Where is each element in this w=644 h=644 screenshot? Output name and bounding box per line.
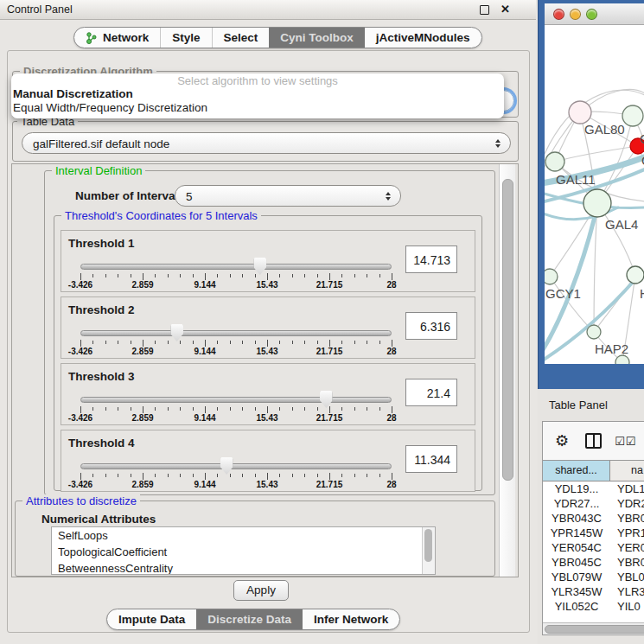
horizontal-scrollbar-thumb[interactable]	[545, 625, 644, 634]
cell-name[interactable]: YER0	[610, 540, 644, 555]
slider-handle[interactable]	[320, 391, 333, 408]
tick-mark	[92, 341, 93, 344]
close-icon[interactable]: ✕	[501, 3, 510, 16]
cell-name[interactable]: YBR0	[610, 555, 644, 570]
vertical-scrollbar[interactable]	[499, 164, 515, 577]
threshold-slider[interactable]: -3.4262.8599.14415.4321.71528	[80, 364, 392, 424]
horizontal-scrollbar[interactable]	[543, 622, 644, 634]
slider-track[interactable]	[80, 463, 392, 469]
column-header-shared-name[interactable]: shared...	[543, 461, 610, 481]
threshold-value-field[interactable]: 14.713	[405, 245, 457, 273]
cell-shared-name[interactable]: YPR145W	[543, 526, 610, 540]
tick-mark	[230, 407, 231, 411]
tick-label: 15.43	[256, 280, 277, 290]
network-node[interactable]	[545, 152, 564, 171]
spinner-arrows-icon	[386, 192, 391, 201]
slider-handle[interactable]	[253, 258, 266, 275]
tab-jactivemnodules[interactable]: jActiveMNodules	[365, 28, 481, 48]
vertical-scrollbar-thumb[interactable]	[502, 179, 513, 481]
threshold-value-field[interactable]: 21.4	[405, 379, 457, 406]
tab-network[interactable]: Network	[74, 28, 160, 48]
cell-shared-name[interactable]: YLR345W	[543, 584, 610, 599]
cell-name[interactable]: YIL0	[610, 599, 644, 614]
network-node[interactable]	[583, 189, 611, 217]
threshold-value-field[interactable]: 11.344	[405, 445, 457, 473]
network-edge[interactable]	[555, 146, 638, 162]
cell-shared-name[interactable]: YBL079W	[543, 570, 610, 584]
cell-shared-name[interactable]: YDR27...	[543, 496, 610, 511]
cell-name[interactable]: YLR3	[610, 584, 644, 599]
tab-infer-network[interactable]: Infer Network	[303, 609, 399, 629]
network-node[interactable]	[587, 325, 601, 339]
cell-shared-name[interactable]: YIL052C	[543, 599, 610, 614]
traffic-light-close[interactable]	[553, 9, 564, 20]
columns-icon[interactable]	[585, 433, 602, 449]
tab-discretize-data[interactable]: Discretize Data	[196, 609, 303, 629]
cell-shared-name[interactable]: YBR043C	[543, 511, 610, 526]
table-row[interactable]: YBL079W YBL0	[543, 570, 644, 584]
slider-track[interactable]	[80, 264, 392, 270]
attribute-list-item[interactable]: BetweennessCentrality	[52, 560, 435, 575]
table-row[interactable]: YBR045C YBR0	[543, 555, 644, 570]
attributes-list-scrollbar-thumb[interactable]	[424, 529, 432, 562]
tab-cyni-toolbox[interactable]: Cyni Toolbox	[269, 28, 365, 48]
select-columns-icons[interactable]: ☑☑	[615, 435, 636, 448]
dropdown-option-equal-width[interactable]: Equal Width/Frequency Discretization	[11, 101, 504, 115]
attributes-group: Attributes to discretize Numerical Attri…	[15, 501, 495, 577]
table-row[interactable]: YDR27... YDR2	[543, 496, 644, 511]
slider-track[interactable]	[80, 397, 392, 403]
table-row[interactable]: YIL052C YIL0	[543, 599, 644, 614]
numerical-attributes-list[interactable]: SelfLoops TopologicalCoefficient Between…	[51, 526, 436, 575]
tick-mark	[341, 474, 342, 477]
threshold-slider[interactable]: -3.4262.8599.14415.4321.71528	[80, 231, 392, 291]
attribute-list-item[interactable]: SelfLoops	[52, 527, 435, 544]
cell-shared-name[interactable]: YBR045C	[543, 555, 610, 570]
cell-shared-name[interactable]: YER054C	[543, 540, 610, 555]
traffic-light-zoom[interactable]	[586, 9, 597, 20]
attributes-list-scrollbar[interactable]	[422, 527, 435, 574]
cyni-mode-tabs: Impute Data Discretize Data Infer Networ…	[106, 609, 400, 630]
tab-select[interactable]: Select	[212, 28, 270, 48]
tab-impute-data[interactable]: Impute Data	[107, 609, 196, 629]
slider-handle[interactable]	[170, 324, 183, 341]
cell-shared-name[interactable]: YDL19...	[543, 481, 610, 496]
slider-tick-labels: -3.4262.8599.14415.4321.71528	[80, 347, 392, 357]
cell-name[interactable]: YBR0	[610, 511, 644, 526]
network-canvas[interactable]: GAL80GACGAL11GAL4GCY1HHAP2	[545, 24, 644, 364]
table-row[interactable]: YDL19... YDL1	[543, 481, 644, 496]
checkbox-icon: ☑	[615, 435, 626, 448]
network-node[interactable]	[569, 101, 591, 124]
table-row[interactable]: YLR345W YLR3	[543, 584, 644, 599]
table-row[interactable]: YER054C YER0	[543, 540, 644, 555]
cell-name[interactable]: YBL0	[610, 570, 644, 584]
table-row[interactable]: YBR043C YBR0	[543, 511, 644, 526]
apply-button[interactable]: Apply	[233, 580, 289, 601]
cell-name[interactable]: YDR2	[610, 496, 644, 511]
tick-mark	[354, 407, 355, 411]
number-of-intervals-spinner[interactable]: 5	[175, 185, 401, 207]
dropdown-option-manual-discretization[interactable]: Manual Discretization	[11, 87, 504, 101]
tick-label: 2.859	[131, 480, 153, 489]
threshold-slider[interactable]: -3.4262.8599.14415.4321.71528	[80, 430, 392, 491]
table-data-combobox[interactable]: galFiltered.sif default node	[22, 132, 511, 154]
slider-track[interactable]	[80, 330, 392, 336]
network-node[interactable]	[545, 269, 558, 284]
attribute-list-item[interactable]: TopologicalCoefficient	[52, 544, 435, 560]
cell-name[interactable]: YPR1	[610, 526, 644, 540]
traffic-light-minimize[interactable]	[570, 9, 581, 20]
threshold-value-field[interactable]: 6.316	[405, 312, 457, 340]
cell-name[interactable]: YDL1	[610, 481, 644, 496]
gear-icon[interactable]: ⚙	[555, 431, 569, 450]
network-node[interactable]	[615, 355, 629, 364]
control-panel-tabs: Network Style Select Cyni Toolbox jActiv…	[73, 27, 482, 48]
slider-handle[interactable]	[220, 457, 233, 475]
network-node[interactable]	[622, 105, 643, 126]
tick-mark	[168, 407, 169, 411]
network-node[interactable]	[627, 266, 644, 284]
table-row[interactable]: YPR145W YPR1	[543, 526, 644, 540]
tab-style[interactable]: Style	[160, 28, 211, 48]
float-window-icon[interactable]	[480, 5, 489, 15]
tick-mark	[279, 341, 280, 344]
threshold-slider[interactable]: -3.4262.8599.14415.4321.71528	[80, 297, 392, 358]
column-header-name[interactable]: na	[610, 461, 644, 481]
